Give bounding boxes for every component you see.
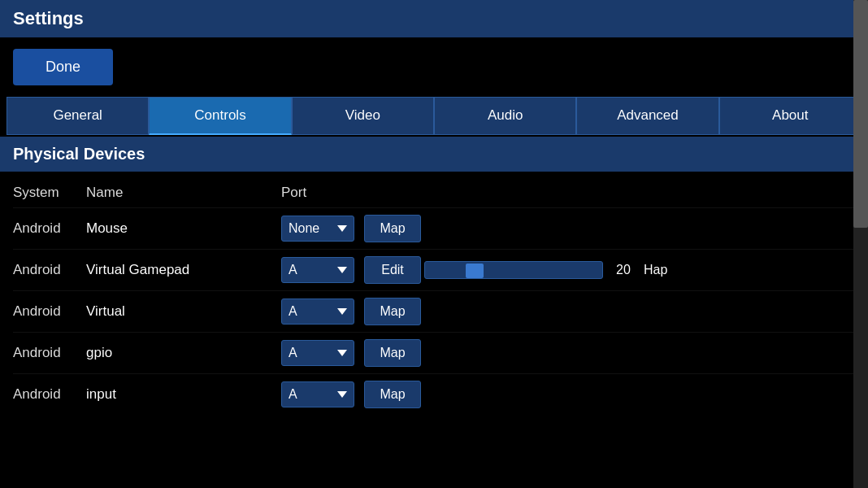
cell-name-0: Mouse [86, 220, 281, 237]
cell-system-4: Android [13, 386, 86, 403]
tab-advanced[interactable]: Advanced [576, 97, 718, 135]
port-value-1: A [289, 263, 332, 277]
port-value-2: A [289, 304, 332, 319]
cell-system-3: Android [13, 345, 86, 361]
port-value-0: None [289, 221, 332, 236]
scrollbar-thumb[interactable] [853, 0, 868, 228]
cell-name-1: Virtual Gamepad [86, 262, 281, 278]
haptic-value-1: 20 [611, 263, 636, 277]
table-row: AndroidMouseNoneMap [13, 207, 855, 249]
column-headers: System Name Port [13, 180, 855, 207]
action-button-1[interactable]: Edit [364, 256, 421, 284]
haptic-slider-thumb-1 [466, 264, 484, 278]
tab-general[interactable]: General [7, 97, 149, 135]
scrollbar[interactable] [853, 0, 868, 488]
dropdown-arrow-icon-1 [337, 267, 347, 273]
done-row: Done [0, 37, 868, 97]
col-header-system: System [13, 185, 86, 201]
title-bar: Settings [0, 0, 868, 37]
port-dropdown-0[interactable]: None [281, 216, 354, 242]
cell-system-0: Android [13, 220, 86, 237]
dropdown-arrow-icon-2 [337, 308, 347, 315]
dropdown-arrow-icon-0 [337, 225, 347, 232]
action-button-2[interactable]: Map [364, 298, 421, 325]
port-value-3: A [289, 346, 332, 360]
action-button-4[interactable]: Map [364, 381, 421, 408]
haptic-label-1: Hap [644, 263, 667, 277]
table-row: AndroidinputAMap [13, 373, 855, 415]
action-button-0[interactable]: Map [364, 215, 421, 242]
col-header-name: Name [86, 185, 281, 201]
table-row: AndroidgpioAMap [13, 332, 855, 373]
done-button[interactable]: Done [13, 49, 113, 85]
title-text: Settings [13, 8, 84, 28]
port-value-4: A [289, 387, 332, 402]
dropdown-arrow-icon-4 [337, 391, 347, 398]
haptic-slider-1[interactable] [424, 261, 603, 279]
tabs-row: GeneralControlsVideoAudioAdvancedAbout [0, 97, 868, 135]
haptic-row-1: 20Hap [424, 261, 667, 279]
cell-name-4: input [86, 386, 281, 403]
cell-name-3: gpio [86, 345, 281, 361]
tab-audio[interactable]: Audio [434, 97, 576, 135]
cell-system-1: Android [13, 262, 86, 278]
cell-name-2: Virtual [86, 303, 281, 320]
tab-controls[interactable]: Controls [149, 97, 291, 135]
tab-about[interactable]: About [719, 97, 861, 135]
table-area: System Name Port AndroidMouseNoneMapAndr… [0, 172, 868, 415]
devices-list: AndroidMouseNoneMapAndroidVirtual Gamepa… [13, 207, 855, 415]
cell-system-2: Android [13, 303, 86, 320]
port-dropdown-3[interactable]: A [281, 340, 354, 366]
port-dropdown-2[interactable]: A [281, 298, 354, 325]
table-row: AndroidVirtual GamepadAEdit20Hap [13, 249, 855, 290]
dropdown-arrow-icon-3 [337, 350, 347, 356]
port-dropdown-4[interactable]: A [281, 381, 354, 407]
tab-video[interactable]: Video [292, 97, 434, 135]
port-dropdown-1[interactable]: A [281, 257, 354, 283]
action-button-3[interactable]: Map [364, 339, 421, 367]
section-header: Physical Devices [0, 137, 868, 172]
table-row: AndroidVirtualAMap [13, 290, 855, 332]
col-header-port: Port [281, 185, 379, 201]
